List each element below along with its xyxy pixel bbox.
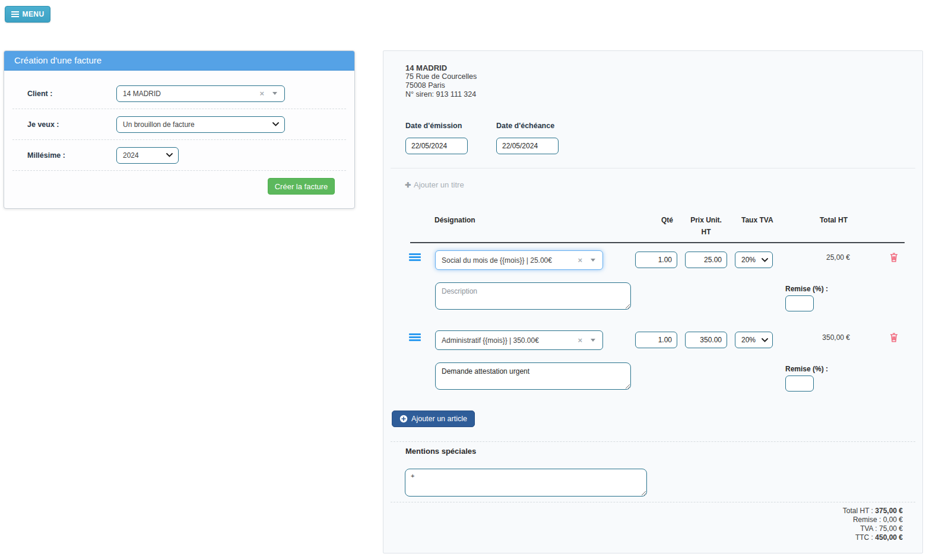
- tva-select-row1[interactable]: 20%: [735, 252, 773, 268]
- chevron-down-icon: [272, 122, 279, 126]
- col-total: Total HT: [797, 216, 848, 224]
- article-select-row2-value: Administratif {{mois}} | 350.00€: [442, 336, 575, 345]
- invoice-preview-panel: 14 MADRID 75 Rue de Courcelles 75008 Par…: [383, 50, 923, 553]
- trash-icon[interactable]: [890, 333, 898, 342]
- ttc-line: TTC : 450,00 €: [843, 533, 903, 542]
- create-invoice-button[interactable]: Créer la facture: [268, 178, 335, 195]
- company-address-line1: 75 Rue de Courcelles: [405, 72, 477, 81]
- client-label: Client :: [27, 90, 116, 98]
- chevron-down-icon: [762, 338, 768, 342]
- chevron-down-icon: [166, 153, 173, 157]
- description-textarea-row2[interactable]: Demande attestation urgent: [435, 362, 631, 390]
- total-ht-row2: 350,00 €: [797, 333, 850, 342]
- echeance-date-label: Date d'échéance: [496, 122, 554, 130]
- emission-date-input[interactable]: [405, 138, 468, 154]
- remise-label-row2: Remise (%) :: [785, 365, 828, 373]
- total-ht-line: Total HT : 375,00 €: [843, 507, 903, 516]
- clear-icon[interactable]: ×: [578, 336, 582, 345]
- je-veux-label: Je veux :: [27, 120, 116, 129]
- mentions-textarea[interactable]: +: [405, 469, 647, 497]
- millesime-select-value: 2024: [123, 151, 139, 160]
- total-ht-row1: 25,00 €: [797, 253, 850, 262]
- add-article-label: Ajouter un article: [411, 415, 467, 423]
- emission-date-label: Date d'émission: [405, 122, 462, 130]
- drag-handle[interactable]: [409, 333, 421, 342]
- panel-title: Création d'une facture: [4, 51, 354, 71]
- remise-input-row1[interactable]: [785, 295, 814, 311]
- menu-button[interactable]: MENU: [5, 6, 50, 23]
- col-designation: Désignation: [434, 216, 475, 224]
- circle-plus-icon: [399, 415, 408, 423]
- company-block: 14 MADRID 75 Rue de Courcelles 75008 Par…: [405, 63, 477, 99]
- client-select[interactable]: 14 MADRID ×: [116, 85, 285, 102]
- totals-block: Total HT : 375,00 € Remise : 0,00 € TVA …: [843, 507, 903, 542]
- article-select-row2[interactable]: Administratif {{mois}} | 350.00€ ×: [435, 330, 603, 350]
- clear-icon[interactable]: ×: [259, 89, 264, 98]
- col-qty: Qté: [635, 216, 673, 224]
- drag-handle[interactable]: [409, 253, 421, 262]
- echeance-date-input[interactable]: [496, 138, 559, 154]
- add-article-button[interactable]: Ajouter un article: [392, 411, 475, 427]
- price-input-row2[interactable]: [685, 332, 727, 348]
- divider: [391, 502, 915, 502]
- je-veux-select[interactable]: Un brouillon de facture: [116, 116, 285, 133]
- millesime-select[interactable]: 2024: [116, 147, 179, 164]
- tva-select-row2[interactable]: 20%: [735, 332, 773, 348]
- millesime-row: Millésime : 2024: [12, 140, 346, 171]
- company-name: 14 MADRID: [405, 63, 477, 72]
- menu-button-label: MENU: [23, 10, 45, 18]
- tva-select-row2-value: 20%: [741, 336, 756, 344]
- remise-input-row2[interactable]: [785, 376, 814, 392]
- clear-icon[interactable]: ×: [578, 256, 582, 265]
- col-unit-price-ht: HT: [685, 228, 727, 236]
- divider: [391, 441, 915, 442]
- qty-input-row2[interactable]: [635, 332, 677, 348]
- invoice-creation-panel: Création d'une facture Client : 14 MADRI…: [4, 50, 355, 209]
- chevron-down-icon: [591, 259, 595, 262]
- company-siren: N° siren: 913 111 324: [405, 90, 477, 99]
- tva-line: TVA : 75,00 €: [843, 524, 903, 533]
- article-select-row1-value: Social du mois de {{mois}} | 25.00€: [442, 256, 575, 265]
- qty-input-row1[interactable]: [635, 252, 677, 268]
- millesime-label: Millésime :: [27, 151, 116, 160]
- hamburger-icon: [11, 10, 19, 18]
- chevron-down-icon: [591, 339, 595, 342]
- client-row: Client : 14 MADRID ×: [12, 78, 346, 109]
- mentions-label: Mentions spéciales: [405, 447, 476, 456]
- description-textarea-row1[interactable]: [435, 282, 631, 310]
- add-title-label: Ajouter un titre: [414, 180, 464, 189]
- divider: [391, 168, 915, 168]
- col-tax: Taux TVA: [741, 216, 773, 224]
- company-address-line2: 75008 Paris: [405, 81, 477, 90]
- client-select-value: 14 MADRID: [123, 90, 257, 98]
- remise-line: Remise : 0,00 €: [843, 516, 903, 524]
- plus-icon: ✚: [405, 181, 411, 189]
- chevron-down-icon: [272, 92, 277, 95]
- price-input-row1[interactable]: [685, 252, 727, 268]
- remise-label-row1: Remise (%) :: [785, 285, 828, 293]
- article-select-row1[interactable]: Social du mois de {{mois}} | 25.00€ ×: [435, 250, 603, 270]
- je-veux-select-value: Un brouillon de facture: [123, 120, 195, 129]
- add-title-button[interactable]: ✚ Ajouter un titre: [405, 180, 464, 189]
- je-veux-row: Je veux : Un brouillon de facture: [12, 109, 346, 140]
- trash-icon[interactable]: [890, 253, 898, 262]
- chevron-down-icon: [762, 258, 768, 262]
- submit-row: Créer la facture: [12, 171, 346, 202]
- col-unit-price: Prix Unit.: [685, 216, 727, 224]
- table-header-rule: [410, 242, 905, 243]
- tva-select-row1-value: 20%: [741, 256, 756, 264]
- page: MENU Création d'une facture Client : 14 …: [0, 0, 942, 560]
